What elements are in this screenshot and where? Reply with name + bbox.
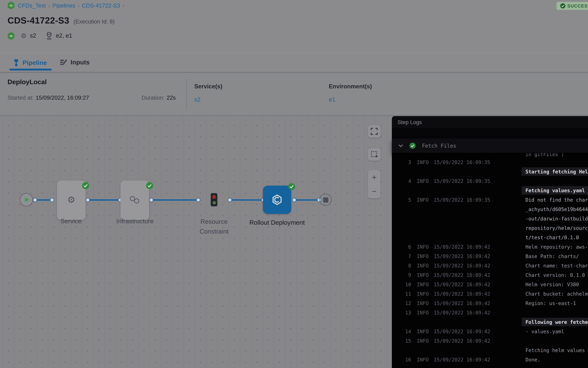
log-line: 6INFO15/09/2022 16:09:42Helm repository:… bbox=[392, 242, 588, 251]
node-label-service: Service bbox=[43, 216, 99, 226]
log-line: 10INFO15/09/2022 16:09:42Helm version: V… bbox=[392, 280, 588, 289]
environment-icon bbox=[46, 32, 53, 40]
log-body[interactable]: in gitFiles ) 3INFO15/09/2022 16:09:35St… bbox=[392, 153, 588, 368]
service-gear-icon: ⚙ bbox=[21, 32, 27, 39]
edge bbox=[294, 199, 319, 201]
node-infrastructure[interactable] bbox=[120, 181, 149, 220]
environment-tag: e2, e1 bbox=[56, 32, 72, 39]
breadcrumb-separator: › bbox=[46, 2, 52, 9]
edge bbox=[35, 199, 52, 201]
service-link[interactable]: s2 bbox=[194, 96, 200, 103]
pipeline-icon bbox=[13, 59, 19, 67]
chevron-down-icon bbox=[398, 144, 403, 147]
node-label-resource-constraint: Resource Constraint bbox=[186, 217, 242, 236]
start-node[interactable] bbox=[20, 193, 33, 206]
log-section-header[interactable]: Fetch Files ↑ ↓ 9s bbox=[392, 139, 588, 153]
cd-module-icon: ∞ bbox=[8, 1, 15, 9]
duration-value: 22s bbox=[167, 94, 176, 101]
stage-name: DeployLocal bbox=[8, 78, 47, 85]
traffic-light-green bbox=[212, 201, 216, 204]
log-line: _achyuth/d605e19b46448ceaacb01fb4c19633a… bbox=[392, 204, 588, 214]
marquee-select-button[interactable] bbox=[368, 148, 380, 161]
log-line: 5INFO15/09/2022 16:09:35Did not find the… bbox=[392, 195, 588, 204]
log-section-title: Fetch Files bbox=[422, 143, 456, 149]
fit-to-screen-button[interactable] bbox=[368, 125, 380, 138]
step-success-icon bbox=[409, 142, 416, 149]
end-node bbox=[319, 194, 332, 206]
divider bbox=[186, 79, 187, 110]
breadcrumb-pipeline-name[interactable]: CDS-41722-S3 bbox=[82, 2, 120, 9]
log-line: 12INFO15/09/2022 16:09:42Region: us-east… bbox=[392, 298, 588, 308]
breadcrumb-pipelines[interactable]: Pipelines bbox=[52, 2, 75, 9]
edge bbox=[87, 199, 120, 201]
breadcrumb: ∞ CFDs_Test › Pipelines › CDS-41722-S3 › bbox=[8, 1, 127, 9]
log-line: repository/helm/source/93602db7-89f2-317… bbox=[392, 223, 588, 233]
tab-pipeline[interactable]: Pipeline bbox=[13, 59, 47, 67]
page-header: ∞ CFDs_Test › Pipelines › CDS-41722-S3 ›… bbox=[0, 0, 588, 53]
infrastructure-icon bbox=[130, 196, 140, 204]
log-line: Following were fetched successfully : bbox=[392, 317, 588, 327]
execution-id: (Execution Id: 8) bbox=[74, 18, 115, 25]
log-line: 3INFO15/09/2022 16:09:35 bbox=[392, 157, 588, 167]
node-service[interactable]: ⚙ bbox=[57, 181, 85, 220]
success-check-badge bbox=[288, 183, 295, 190]
service-tag: s2 bbox=[30, 32, 36, 39]
started-label: Started at: bbox=[8, 94, 34, 101]
log-line: 11INFO15/09/2022 16:09:42Chart bucket: a… bbox=[392, 289, 588, 298]
services-label: Service(s) bbox=[194, 83, 222, 90]
zoom-controls: + − bbox=[368, 170, 380, 198]
log-panel-background bbox=[392, 128, 588, 139]
zoom-out-button[interactable]: − bbox=[372, 187, 377, 195]
duration-label: Duration: bbox=[142, 94, 164, 101]
success-check-badge bbox=[82, 182, 89, 189]
fit-to-screen-icon bbox=[371, 128, 378, 135]
breadcrumb-separator: › bbox=[120, 2, 127, 9]
marquee-select-icon bbox=[371, 151, 378, 158]
stage-details: DeployLocal Started at: 15/09/2022, 16:0… bbox=[0, 73, 588, 116]
log-line: Starting fetching Helm values bbox=[392, 167, 588, 176]
helm-icon bbox=[271, 194, 283, 205]
log-line: 13INFO15/09/2022 16:09:42 bbox=[392, 308, 588, 317]
node-rollout-deployment[interactable] bbox=[263, 186, 291, 214]
play-icon bbox=[25, 197, 29, 202]
log-line: 16INFO15/09/2022 16:09:42Done. bbox=[392, 355, 588, 364]
log-line: -out/darwin-fastbuild/bin/260-delegate/e… bbox=[392, 214, 588, 223]
log-line: t/test-chart/0.1.0 bbox=[392, 233, 588, 242]
page-title: CDS-41722-S3 bbox=[8, 16, 69, 26]
tab-bar: Pipeline Inputs Console View bbox=[0, 53, 588, 73]
status-badge: SUCCESS bbox=[557, 2, 588, 10]
environment-link[interactable]: e1 bbox=[329, 96, 335, 103]
app-root: ∞ CFDs_Test › Pipelines › CDS-41722-S3 ›… bbox=[0, 0, 588, 368]
log-line-fragment: in gitFiles ) bbox=[525, 153, 564, 157]
zoom-in-button[interactable]: + bbox=[372, 173, 377, 181]
execution-status-bar: SUCCESS Start time 15/09/2022 16:09:26 5… bbox=[557, 0, 588, 11]
svg-text:∞: ∞ bbox=[9, 33, 13, 38]
active-tab-underline bbox=[9, 69, 52, 70]
breadcrumb-project[interactable]: CFDs_Test bbox=[18, 2, 46, 9]
log-line: 4INFO15/09/2022 16:09:35 bbox=[392, 176, 588, 186]
log-line: Fetching helm values completed successfu… bbox=[392, 345, 588, 355]
started-value: 15/09/2022, 16:09:27 bbox=[36, 94, 89, 101]
log-line: 14INFO15/09/2022 16:09:42- values.yaml bbox=[392, 327, 588, 336]
node-resource-constraint[interactable] bbox=[211, 193, 217, 206]
traffic-light-red bbox=[212, 195, 216, 199]
breadcrumb-separator: › bbox=[75, 2, 82, 9]
edge bbox=[151, 199, 198, 201]
edge bbox=[229, 199, 263, 201]
gear-icon: ⚙ bbox=[67, 195, 75, 204]
log-line: 8INFO15/09/2022 16:09:42Chart name: test… bbox=[392, 261, 588, 270]
log-panel-header: Step Logs Console View bbox=[392, 116, 588, 128]
log-line: Fetching values.yaml from helm chart rep… bbox=[392, 186, 588, 195]
node-label-infrastructure: Infrastructure bbox=[107, 216, 163, 226]
log-lines: 3INFO15/09/2022 16:09:35Starting fetchin… bbox=[392, 157, 588, 364]
tab-inputs[interactable]: Inputs bbox=[60, 59, 90, 66]
node-label-rollout-deployment: Rollout Deployment bbox=[249, 218, 305, 228]
success-check-badge bbox=[146, 182, 153, 189]
inputs-icon bbox=[60, 59, 67, 66]
log-line: 9INFO15/09/2022 16:09:42Chart version: 0… bbox=[392, 270, 588, 280]
stop-icon bbox=[323, 197, 328, 202]
environments-label: Environment(s) bbox=[329, 83, 372, 90]
svg-text:∞: ∞ bbox=[9, 3, 13, 8]
log-line: 15INFO15/09/2022 16:09:42 bbox=[392, 336, 588, 345]
check-circle-icon bbox=[560, 3, 565, 8]
